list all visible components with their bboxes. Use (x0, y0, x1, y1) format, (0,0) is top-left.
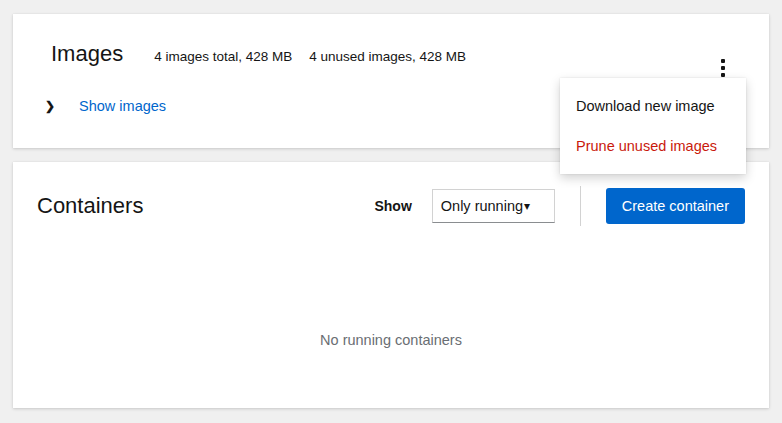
images-kebab-dropdown: Download new image Prune unused images (560, 78, 746, 174)
containers-filter-select[interactable]: Only running ▾ (432, 189, 555, 223)
images-unused-summary: 4 unused images, 428 MB (309, 49, 466, 64)
containers-title: Containers (37, 193, 143, 219)
kebab-icon (721, 73, 725, 77)
show-images-toggle[interactable]: ❯ Show images (45, 98, 166, 114)
caret-down-icon: ▾ (524, 200, 530, 212)
images-summaries: 4 images total, 428 MB 4 unused images, … (154, 49, 466, 64)
menu-item-download-new-image[interactable]: Download new image (560, 86, 746, 126)
show-images-label: Show images (79, 98, 166, 114)
kebab-icon (721, 59, 725, 63)
no-running-containers-text: No running containers (320, 332, 462, 348)
containers-card: Containers Show Only running ▾ Create co… (13, 162, 769, 408)
images-card-header: Images 4 images total, 428 MB 4 unused i… (13, 14, 769, 66)
header-divider (580, 186, 581, 226)
images-title: Images (51, 42, 123, 66)
containers-empty-state: No running containers (13, 226, 769, 408)
show-filter-label: Show (374, 198, 411, 214)
menu-item-prune-unused-images[interactable]: Prune unused images (560, 126, 746, 166)
create-container-button[interactable]: Create container (606, 188, 745, 224)
filter-selected-value: Only running (441, 198, 523, 214)
kebab-icon (721, 66, 725, 70)
chevron-right-icon: ❯ (45, 100, 55, 112)
images-total-summary: 4 images total, 428 MB (154, 49, 292, 64)
